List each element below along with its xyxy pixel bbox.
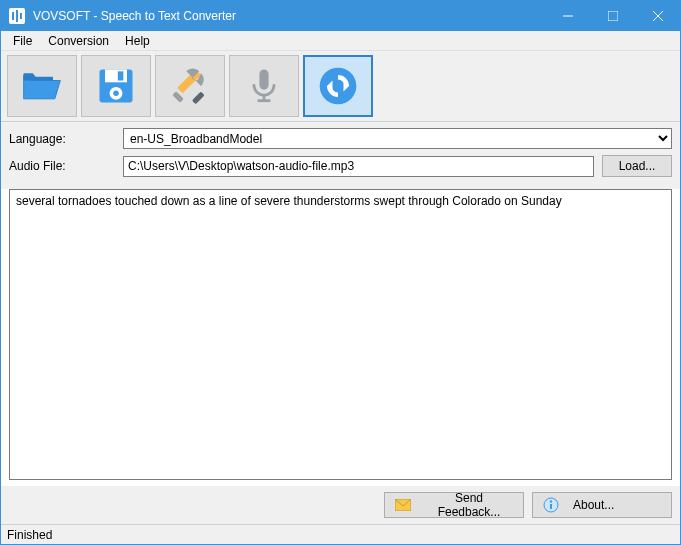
about-label: About... [573,498,614,512]
statusbar: Finished [1,524,680,544]
svg-rect-0 [12,12,14,20]
audio-row: Audio File: Load... [9,155,672,177]
language-select[interactable]: en-US_BroadbandModel [123,128,672,149]
svg-rect-4 [608,11,618,21]
svg-rect-2 [20,13,22,19]
load-button[interactable]: Load... [602,155,672,177]
about-button[interactable]: About... [532,492,672,518]
output-text: several tornadoes touched down as a line… [16,194,562,208]
close-button[interactable] [635,1,680,31]
minimize-button[interactable] [545,1,590,31]
record-button[interactable] [229,55,299,117]
svg-point-17 [320,68,357,105]
settings-button[interactable] [155,55,225,117]
microphone-icon [242,64,286,108]
output-textarea[interactable]: several tornadoes touched down as a line… [9,189,672,480]
menu-help[interactable]: Help [117,32,158,50]
send-feedback-button[interactable]: Send Feedback... [384,492,524,518]
window-title: VOVSOFT - Speech to Text Converter [33,9,545,23]
folder-open-icon [20,64,64,108]
svg-rect-14 [259,70,268,90]
refresh-icon [316,64,360,108]
open-button[interactable] [7,55,77,117]
convert-button[interactable] [303,55,373,117]
svg-rect-1 [16,10,18,22]
svg-rect-21 [550,504,552,509]
minimize-icon [563,11,573,21]
tools-icon [168,64,212,108]
window-controls [545,1,680,31]
bottom-bar: Send Feedback... About... [1,486,680,524]
form-area: Language: en-US_BroadbandModel Audio Fil… [1,122,680,189]
send-feedback-label: Send Feedback... [425,491,513,519]
save-icon [94,64,138,108]
svg-point-11 [113,91,119,96]
close-icon [653,11,663,21]
maximize-button[interactable] [590,1,635,31]
titlebar: VOVSOFT - Speech to Text Converter [1,1,680,31]
language-row: Language: en-US_BroadbandModel [9,128,672,149]
menu-file[interactable]: File [5,32,40,50]
maximize-icon [608,11,618,21]
svg-rect-12 [172,91,184,103]
svg-point-20 [550,500,552,502]
toolbar [1,51,680,122]
envelope-icon [395,497,411,513]
status-text: Finished [7,528,52,542]
app-icon [9,8,25,24]
svg-rect-8 [105,70,127,83]
svg-rect-13 [192,91,205,104]
save-button[interactable] [81,55,151,117]
menubar: File Conversion Help [1,31,680,51]
language-label: Language: [9,132,119,146]
menu-conversion[interactable]: Conversion [40,32,117,50]
info-icon [543,497,559,513]
audio-label: Audio File: [9,159,119,173]
svg-rect-9 [118,71,124,80]
audio-file-input[interactable] [123,156,594,177]
